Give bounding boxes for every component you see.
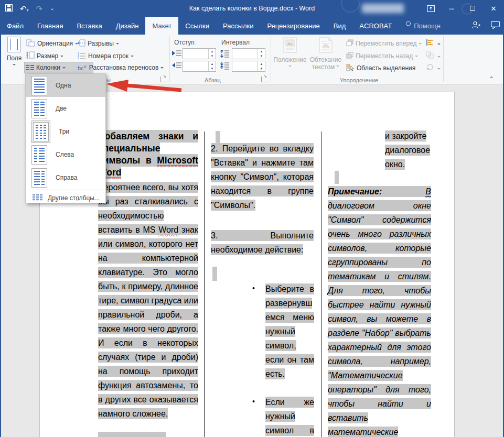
spacing-before-input[interactable]: ▲▼: [232, 48, 265, 59]
menu-separator: [29, 190, 102, 190]
tab-review[interactable]: Рецензирование: [260, 17, 326, 35]
page-setup-dialog-launcher[interactable]: [160, 77, 166, 82]
doc-step-2: 2. Перейдите во вкладку "Вставка" и нажм…: [211, 141, 314, 212]
collapse-ribbon-icon[interactable]: ⌃: [489, 75, 494, 83]
quick-access-toolbar: ↶▾ ↷ ⌄: [5, 0, 55, 17]
decor-circle: [341, 0, 360, 13]
indent-label: Отступ: [174, 39, 195, 46]
tab-view[interactable]: Вид: [327, 17, 353, 35]
bullet-icon: •: [252, 284, 255, 292]
line-numbers-button[interactable]: 123 Номера строк: [77, 51, 135, 61]
title-bar: ↶▾ ↷ ⌄ Как сделать колонки в Ворде.docx …: [0, 0, 504, 17]
columns-dropdown-menu: Одна Две Три Слева Справа Другие столбцы…: [25, 73, 106, 203]
orientation-button[interactable]: Ориентация: [25, 38, 79, 49]
spinner-arrows[interactable]: ▲▼: [258, 49, 265, 59]
doc-heading: Добавляем знаки и специальные символы в …: [98, 130, 198, 179]
tab-references[interactable]: Ссылки: [178, 17, 216, 35]
close-button[interactable]: ✕: [483, 0, 504, 17]
align-objects-icon[interactable]: [426, 39, 435, 47]
tab-design[interactable]: Дизайн: [109, 17, 146, 35]
save-icon[interactable]: [5, 4, 13, 13]
column-divider: [204, 132, 205, 437]
ribbon-display-options-icon[interactable]: [420, 0, 441, 17]
tab-insert[interactable]: Вставка: [70, 17, 109, 35]
word-window: ↶▾ ↷ ⌄ Как сделать колонки в Ворде.docx …: [0, 0, 504, 437]
menu-item-right-column[interactable]: Справа: [26, 166, 105, 189]
spinner-arrows[interactable]: ▲▼: [208, 61, 216, 71]
doc-note-paragraph: Примечание: В диалоговом окне "Символ" с…: [328, 184, 431, 437]
comments-icon[interactable]: [491, 21, 500, 31]
selection-pane-icon: [346, 64, 355, 73]
selection-pane-button[interactable]: Область выделения: [345, 63, 416, 73]
one-column-icon: [31, 76, 47, 95]
columns-icon: [26, 65, 34, 70]
spacing-after-icon: [220, 62, 230, 70]
tab-layout[interactable]: Макет: [145, 17, 178, 35]
margins-button[interactable]: Поля: [4, 37, 24, 77]
doc-step-3: 3. Выполните необходимое действие:: [211, 228, 314, 257]
group-objects-icon: [426, 51, 435, 60]
menu-item-two-columns[interactable]: Две: [26, 97, 105, 120]
doc-col1-paragraph: Вероятнее всего, вы хотя бы раз сталкива…: [98, 180, 198, 421]
right-column-icon: [31, 168, 47, 188]
highlight-mark: [212, 267, 217, 281]
indent-left-icon: [172, 62, 181, 70]
doc-bullet-2: Если же нужный символ в этом небольшо: [265, 395, 314, 437]
svg-text:3: 3: [78, 57, 79, 59]
size-icon: [26, 51, 35, 61]
hyphenation-icon: bca-: [78, 64, 87, 71]
account-name-blurred: [362, 4, 404, 13]
bring-forward-icon: [346, 39, 353, 48]
indent-right-input[interactable]: ▲▼: [183, 61, 216, 72]
share-person-icon[interactable]: [471, 21, 480, 31]
window-border-left: [0, 0, 1, 437]
position-icon: [283, 37, 297, 54]
margins-icon: [7, 37, 21, 52]
send-backward-button: Переместить назад: [345, 51, 419, 61]
menu-item-three-columns[interactable]: Три: [26, 120, 105, 143]
spacing-before-icon: [220, 50, 230, 58]
customize-qat-icon[interactable]: ⌄: [50, 6, 54, 11]
hyphenation-button[interactable]: bca- Расстановка переносов: [77, 62, 165, 73]
spacing-label: Интервал: [221, 39, 250, 46]
bullet-icon: •: [252, 397, 255, 406]
two-columns-icon: [31, 99, 47, 118]
three-columns-icon: [33, 122, 49, 141]
tab-home[interactable]: Главная: [30, 17, 70, 35]
maximize-button[interactable]: [462, 0, 483, 17]
highlight-mark: [98, 432, 166, 437]
paragraph-dialog-launcher[interactable]: [261, 77, 267, 82]
more-columns-icon: [33, 194, 42, 201]
send-backward-icon: [346, 52, 353, 60]
highlight-mark: [335, 171, 339, 184]
spinner-arrows[interactable]: ▲▼: [208, 49, 216, 59]
wrap-text-icon: [319, 37, 333, 54]
indent-right-icon: [172, 50, 181, 58]
ribbon-tabs: Файл Главная Вставка Дизайн Макет Ссылки…: [0, 17, 504, 35]
selected-option-box: [31, 121, 50, 143]
page-setup-group-label: ы: [106, 77, 111, 83]
tab-help[interactable]: Помощн: [399, 17, 447, 35]
menu-item-more-columns[interactable]: Другие столбцы...: [26, 191, 105, 205]
tab-mailings[interactable]: Рассылки: [216, 17, 260, 35]
spacing-after-input[interactable]: ▲▼: [232, 61, 265, 72]
left-column-icon: [31, 145, 47, 165]
paragraph-group-label: Абзац: [205, 77, 221, 83]
menu-item-one-column[interactable]: Одна: [26, 74, 105, 97]
minimize-button[interactable]: ─: [441, 0, 462, 17]
breaks-button[interactable]: Разрывы: [77, 38, 120, 49]
redo-icon: ↷: [36, 5, 43, 13]
doc-bullet-continuation: и закройте диалоговое окно.: [385, 129, 431, 171]
position-button: Положение: [273, 37, 307, 75]
orientation-icon: [26, 39, 35, 48]
tab-file[interactable]: Файл: [0, 17, 30, 35]
undo-icon[interactable]: ↶▾: [20, 5, 29, 13]
spinner-arrows[interactable]: ▲▼: [258, 61, 265, 71]
bring-forward-button: Переместить вперед: [345, 38, 423, 49]
size-button[interactable]: Размер: [25, 51, 65, 61]
menu-item-left-column[interactable]: Слева: [26, 143, 105, 166]
tab-acrobat[interactable]: ACROBAT: [352, 17, 399, 35]
rotate-objects-icon: [426, 63, 435, 72]
lightbulb-icon: [405, 21, 411, 30]
indent-left-input[interactable]: ▲▼: [183, 48, 216, 59]
